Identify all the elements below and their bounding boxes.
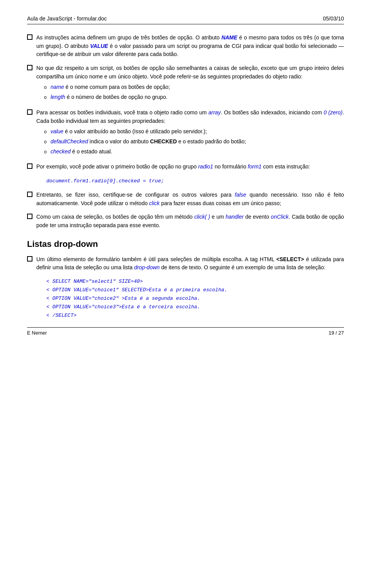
code-block: document.form1.radio[0].checked = true;: [46, 178, 344, 184]
value-prop: value: [51, 128, 63, 134]
bullet-text-7: Um último elemento de formulário também …: [36, 255, 344, 272]
sub-icon-2a: o: [44, 84, 47, 91]
defaultchecked-prop: defaultChecked: [51, 138, 88, 144]
click2-label: click( ): [194, 214, 210, 220]
select-code-line1: < SELECT NAME="select1" SIZE=40>: [46, 277, 344, 286]
sub-text-2a: name é o nome comum para os botões de op…: [51, 83, 344, 92]
section-heading-dropdown: Listas drop-down: [27, 239, 344, 249]
code-text: document.form1.radio[0].checked = true;: [46, 178, 164, 184]
bullet-text-5: Entretanto, se fizer isso, certifique-se…: [36, 191, 344, 207]
bullet-icon-1: [27, 34, 32, 40]
sub-bullets-3: o value é o valor atribuído ao botão (Is…: [44, 127, 344, 156]
document-date: 05/03/10: [323, 15, 344, 22]
bullet-item-3: Para acessar os botões individuais, você…: [27, 109, 344, 157]
value-label: VALUE: [90, 43, 108, 49]
bullet-item-6: Como um caixa de seleção, os botões de o…: [27, 213, 344, 229]
text-1a: As instruções acima definem um grupo de …: [36, 34, 221, 41]
radio1-label: radio1: [198, 163, 213, 170]
sub-text-3a: value é o valor atribuído ao botão (Isso…: [51, 127, 344, 136]
checked-prop: checked: [51, 148, 71, 155]
click-label: click: [149, 200, 160, 206]
bullet-item-1: As instruções acima definem um grupo de …: [27, 34, 344, 59]
checked-attr: CHECKED: [150, 138, 177, 144]
select-code-line5: < /SELECT>: [46, 311, 344, 320]
length-prop: length: [51, 94, 65, 100]
form1-label: form1: [248, 163, 262, 170]
sub-icon-3b: o: [44, 138, 47, 146]
select-code-line3: < OPTION VALUE="choice2" >Esta é a segun…: [46, 294, 344, 303]
bullet-icon-3: [27, 109, 32, 115]
bullet-item-2: No que diz respeito a um script, os botõ…: [27, 64, 344, 103]
bullet-item-7: Um último elemento de formulário também …: [27, 255, 344, 272]
bullet-icon-5: [27, 192, 32, 197]
handler-label: handler: [226, 214, 244, 220]
name-label: NAME: [221, 34, 237, 41]
footer-page: 19 / 27: [328, 330, 344, 336]
sub-item-3c: o checked é o estado atual.: [44, 148, 344, 156]
sub-icon-3a: o: [44, 128, 47, 136]
bullet-item-5: Entretanto, se fizer isso, certifique-se…: [27, 191, 344, 207]
select-label: <SELECT>: [276, 256, 304, 262]
select-code-line2: < OPTION VALUE="choice1" SELECTED>Esta é…: [46, 286, 344, 294]
sub-item-3a: o value é o valor atribuído ao botão (Is…: [44, 127, 344, 136]
page-header: Aula de JavaScript - formular.doc 05/03/…: [27, 15, 344, 24]
bullet-icon-7: [27, 256, 32, 262]
bullet-text-4: Por exemplo, você pode ativar o primeiro…: [36, 163, 344, 171]
bullet-item-4: Por exemplo, você pode ativar o primeiro…: [27, 163, 344, 171]
dropdown-label: drop-down: [134, 264, 160, 270]
bullet-icon-4: [27, 163, 32, 169]
page-footer: E Nemer 19 / 27: [27, 327, 344, 336]
array-label: array: [208, 109, 221, 116]
sub-item-3b: o defaultChecked indica o valor do atrib…: [44, 138, 344, 146]
sub-text-3b: defaultChecked indica o valor do atribut…: [51, 138, 344, 146]
sub-item-2b: o length é o número de botões de opção n…: [44, 93, 344, 102]
bullet-icon-2: [27, 65, 32, 70]
select-code-block: < SELECT NAME="select1" SIZE=40> < OPTIO…: [46, 277, 344, 320]
sub-item-2a: o name é o nome comum para os botões de …: [44, 83, 344, 92]
footer-author: E Nemer: [27, 330, 47, 336]
select-code-line4: < OPTION VALUE="choice3">Esta é a tercei…: [46, 303, 344, 311]
false-label: false: [235, 192, 247, 198]
sub-icon-3c: o: [44, 148, 47, 156]
bullet3-main: Para acessar os botões individuais, você…: [36, 109, 344, 125]
name-prop: name: [51, 84, 64, 90]
page: Aula de JavaScript - formular.doc 05/03/…: [0, 0, 371, 347]
bullet2-main: No que diz respeito a um script, os botõ…: [36, 64, 344, 81]
bullet-text-6: Como um caixa de seleção, os botões de o…: [36, 213, 344, 229]
sub-icon-2b: o: [44, 94, 47, 101]
bullet-text-2: No que diz respeito a um script, os botõ…: [36, 64, 344, 103]
bullet-text-3: Para acessar os botões individuais, você…: [36, 109, 344, 157]
document-title: Aula de JavaScript - formular.doc: [27, 15, 107, 22]
sub-text-2b: length é o número de botões de opção no …: [51, 93, 344, 102]
onclick-label: onClick: [271, 214, 289, 220]
bullet-text-1: As instruções acima definem um grupo de …: [36, 34, 344, 59]
sub-text-3c: checked é o estado atual.: [51, 148, 344, 156]
zero-label: 0 (zero): [323, 109, 342, 116]
bullet-icon-6: [27, 214, 32, 219]
sub-bullets-2: o name é o nome comum para os botões de …: [44, 83, 344, 101]
